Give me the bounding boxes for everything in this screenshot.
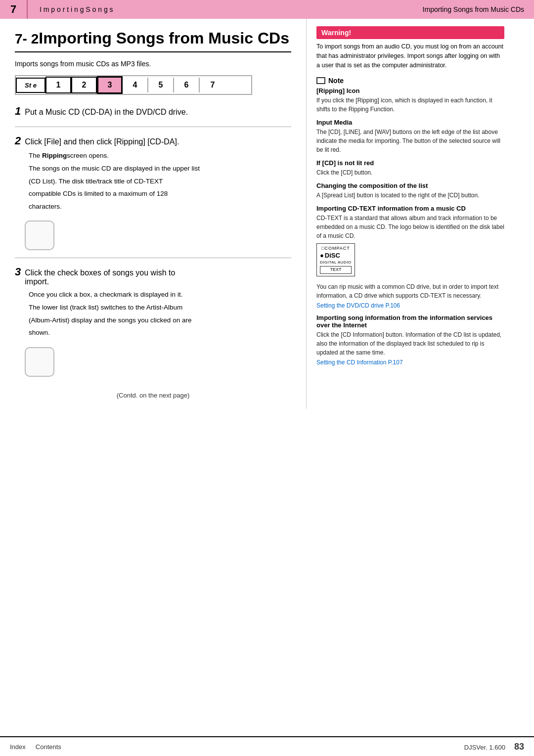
- cdtext-logo: □COMPACT ● DiSC DIGITAL AUDIO TEXT: [316, 243, 355, 276]
- right-column: Warning! To import songs from an audio C…: [307, 19, 514, 409]
- step-2-line-3: (CD List). The disk title/track title of…: [29, 176, 291, 187]
- note-icon: [316, 77, 325, 84]
- step-3-line-4: shown.: [29, 327, 291, 338]
- step-5: 5: [148, 78, 174, 92]
- note-input-heading: Input Media: [316, 119, 504, 126]
- note-cdtext-heading: Importing CD-TEXT information from a mus…: [316, 205, 504, 212]
- note-input-media: Input Media The [CD], [LINE], and [WAV] …: [316, 119, 504, 154]
- step-1-text: Put a Music CD (CD-DA) in the DVD/CD dri…: [25, 108, 188, 117]
- footer: Index Contents DJSVer. 1.600 83: [0, 736, 534, 756]
- step-2-body: The Rippingscreen opens. The songs on th…: [29, 150, 291, 212]
- note-cd-not-lit: If [CD] is not lit red Click the [CD] bu…: [316, 159, 504, 177]
- note-composition-body: A [Spread List] button is located to the…: [316, 191, 504, 200]
- step-1-block: 1 Put a Music CD (CD-DA) in the DVD/CD d…: [15, 105, 291, 118]
- page-number: 83: [514, 742, 524, 752]
- top-bar-right-text: Importing Songs from Music CDs: [423, 5, 524, 13]
- step-3-current: 3: [97, 76, 123, 94]
- contd-text: (Contd. on the next page): [15, 392, 291, 399]
- disc-text: DiSC: [325, 252, 340, 260]
- note-cdtext-extra: You can rip music with a common CD drive…: [316, 282, 504, 300]
- note-cdtext-body: CD-TEXT is a standard that allows album …: [316, 214, 504, 240]
- dvdcd-link[interactable]: Setting the DVD/CD drive P.106: [316, 302, 504, 309]
- chapter-number: 7: [0, 0, 28, 19]
- step-7: 7: [200, 78, 225, 92]
- subtitle: Imports songs from music CDs as MP3 file…: [15, 60, 291, 68]
- footer-right: DJSVer. 1.600 83: [464, 742, 524, 752]
- step-3-heading: 3 Click the check boxes of songs you wis…: [15, 266, 291, 286]
- top-bar-left-text: I m p o r t i n g S o n g s: [40, 5, 113, 13]
- disc-icon: ●: [320, 252, 324, 260]
- note-internet-heading: Importing song information from the info…: [316, 314, 504, 329]
- step-1: 1: [45, 77, 71, 93]
- step-2-line-4: compatible CDs is limited to a maximum o…: [29, 188, 291, 199]
- warning-text: To import songs from an audio CD, you mu…: [316, 42, 504, 70]
- warning-box: Warning!: [316, 26, 504, 39]
- left-column: 7- 2Importing Songs from Music CDs Impor…: [0, 19, 307, 409]
- top-bar: 7 I m p o r t i n g S o n g s Importing …: [0, 0, 534, 19]
- step-2-heading: 2 Click [File] and then click [Ripping] …: [15, 134, 291, 147]
- step-2-screenshot: [25, 221, 54, 250]
- divider-1: [15, 127, 291, 127]
- step-2-line-5: characters.: [29, 201, 291, 212]
- note-composition-heading: Changing the composition of the list: [316, 182, 504, 189]
- note-internet-body: Click the [CD Information] button. Infor…: [316, 330, 504, 357]
- step-1-number: 1: [15, 105, 21, 118]
- step-3-line-3: (Album-Artist) display and the songs you…: [29, 315, 291, 326]
- step-2-block: 2 Click [File] and then click [Ripping] …: [15, 134, 291, 212]
- divider-2: [15, 258, 291, 258]
- step-1-heading: 1 Put a Music CD (CD-DA) in the DVD/CD d…: [15, 105, 291, 118]
- disc-row: ● DiSC: [320, 252, 352, 260]
- text-box-label: TEXT: [320, 266, 352, 274]
- main-content: 7- 2Importing Songs from Music CDs Impor…: [0, 19, 534, 409]
- note-title: Note: [328, 77, 344, 85]
- step-3-number: 3: [15, 266, 21, 278]
- note-internet: Importing song information from the info…: [316, 314, 504, 357]
- step-2-number: 2: [15, 134, 21, 147]
- note-ripping-heading: [Ripping] Icon: [316, 87, 504, 94]
- note-section: Note [Ripping] Icon If you click the [Ri…: [316, 77, 504, 366]
- step-2: 2: [71, 77, 97, 93]
- step-3-heading-text: Click the check boxes of songs you wish …: [25, 268, 175, 286]
- note-cdtext-extra-body: You can rip music with a common CD drive…: [316, 282, 504, 300]
- steps-bar: St e 1 2 3 4 5 6 7: [15, 75, 252, 95]
- step-4: 4: [123, 78, 148, 92]
- footer-index[interactable]: Index: [10, 743, 26, 751]
- note-cdtext: Importing CD-TEXT information from a mus…: [316, 205, 504, 240]
- footer-left: Index Contents: [10, 743, 61, 751]
- step-2-line-2: The songs on the music CD are displayed …: [29, 163, 291, 174]
- step-2-heading-text: Click [File] and then click [Ripping] [C…: [25, 137, 179, 146]
- step-6: 6: [174, 78, 200, 92]
- cdinfo-link[interactable]: Setting the CD Information P.107: [316, 359, 504, 366]
- step-3-line-1: Once you click a box, a checkmark is dis…: [29, 289, 291, 300]
- note-input-body: The [CD], [LINE], and [WAV] buttons on t…: [316, 128, 504, 154]
- step-3-body: Once you click a box, a checkmark is dis…: [29, 289, 291, 338]
- note-composition: Changing the composition of the list A […: [316, 182, 504, 200]
- page-title: 7- 2Importing Songs from Music CDs: [15, 29, 291, 52]
- note-cd-heading: If [CD] is not lit red: [316, 159, 504, 167]
- step-2-line-1: The Rippingscreen opens.: [29, 150, 291, 161]
- note-header: Note: [316, 77, 504, 85]
- note-ripping-icon: [Ripping] Icon If you click the [Ripping…: [316, 87, 504, 114]
- footer-version: DJSVer. 1.600: [464, 744, 505, 751]
- compact-label: □COMPACT: [320, 246, 352, 252]
- note-ripping-body: If you click the [Ripping] icon, which i…: [316, 96, 504, 114]
- step-3-block: 3 Click the check boxes of songs you wis…: [15, 266, 291, 338]
- step-3-screenshot: [25, 347, 54, 377]
- page-title-prefix: 7- 2: [15, 31, 39, 46]
- step-3-line-2: The lower list (track list) switches to …: [29, 302, 291, 313]
- digital-audio-label: DIGITAL AUDIO: [320, 260, 352, 265]
- page-title-text: Importing Songs from Music CDs: [39, 29, 289, 47]
- step-label: St e: [16, 78, 45, 93]
- footer-contents[interactable]: Contents: [36, 743, 61, 751]
- note-cd-body: Click the [CD] button.: [316, 168, 504, 177]
